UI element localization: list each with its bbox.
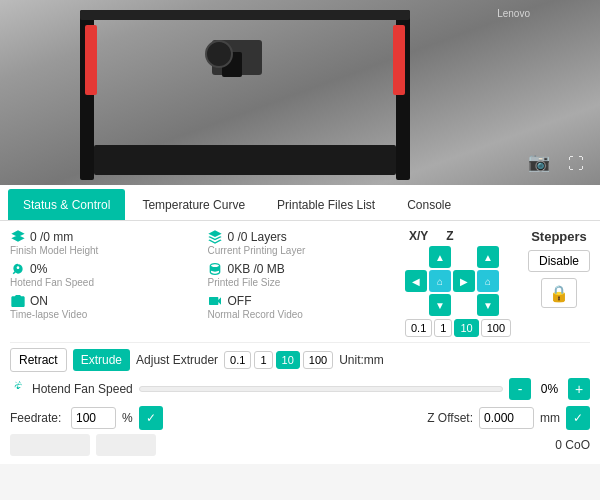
fullscreen-icon[interactable]: ⛶ — [568, 155, 584, 173]
tab-status-control[interactable]: Status & Control — [8, 189, 125, 220]
step-1[interactable]: 1 — [434, 319, 452, 337]
fan-plus-button[interactable]: + — [568, 378, 590, 400]
bottom-row: 0 CoO — [10, 434, 590, 456]
ext-step-100[interactable]: 100 — [303, 351, 333, 369]
database-icon — [207, 261, 223, 277]
unit-label: Unit:mm — [339, 353, 384, 367]
steppers-title: Steppers — [531, 229, 587, 244]
z-up-button[interactable]: ▲ — [477, 246, 499, 268]
xy-z-controls: X/Y Z ▲ ▲ ◀ ⌂ ▶ ⌂ ▼ ▼ — [405, 229, 520, 337]
main-content: 0 /0 mm Finish Model Height 0% Hotend Fa… — [0, 221, 600, 464]
z-offset-unit: mm — [540, 411, 560, 425]
timelapse-status: ON Time-lapse Video — [10, 293, 199, 320]
status-right: 0 /0 Layers Current Printing Layer 0KB /… — [207, 229, 396, 337]
tab-temperature-curve[interactable]: Temperature Curve — [127, 189, 260, 220]
printed-file-size: 0KB /0 MB Printed File Size — [207, 261, 396, 288]
step-100[interactable]: 100 — [481, 319, 511, 337]
extruder-steps: 0.1 1 10 100 — [224, 351, 333, 369]
bottom-control-1 — [10, 434, 90, 456]
z-down-button[interactable]: ▼ — [477, 294, 499, 316]
extrude-button[interactable]: Extrude — [73, 349, 130, 371]
fan-control-icon — [10, 381, 26, 397]
fan-row: Hotend Fan Speed - 0% + — [10, 378, 590, 400]
camera-status-icon — [10, 293, 26, 309]
xy-down-button[interactable]: ▼ — [429, 294, 451, 316]
fan-minus-button[interactable]: - — [509, 378, 531, 400]
fan-slider[interactable] — [139, 386, 503, 392]
xy-up-button[interactable]: ▲ — [429, 246, 451, 268]
feedrate-input[interactable] — [71, 407, 116, 429]
finish-model-height: 0 /0 mm Finish Model Height — [10, 229, 199, 256]
ext-step-1[interactable]: 1 — [254, 351, 272, 369]
ext-step-10[interactable]: 10 — [276, 351, 300, 369]
retract-button[interactable]: Retract — [10, 348, 67, 372]
tab-console[interactable]: Console — [392, 189, 466, 220]
bottom-control-2 — [96, 434, 156, 456]
steppers-disable-button[interactable]: Disable — [528, 250, 590, 272]
tabs-bar: Status & Control Temperature Curve Print… — [0, 185, 600, 221]
step-01[interactable]: 0.1 — [405, 319, 432, 337]
video-icon — [207, 293, 223, 309]
hotend-fan-speed-status: 0% Hotend Fan Speed — [10, 261, 199, 288]
step-10[interactable]: 10 — [454, 319, 478, 337]
xy-right-button[interactable]: ▶ — [453, 270, 475, 292]
z-offset-confirm-button[interactable]: ✓ — [566, 406, 590, 430]
feedrate-label: Feedrate: — [10, 411, 65, 425]
camera-preview: Lenovo 📷 ⛶ — [0, 0, 600, 185]
coo-value: 0 CoO — [555, 438, 590, 452]
monitor-label: Lenovo — [497, 8, 530, 19]
feedrate-unit: % — [122, 411, 133, 425]
extruder-row: Retract Extrude Adjust Extruder 0.1 1 10… — [10, 348, 590, 372]
xy-left-button[interactable]: ◀ — [405, 270, 427, 292]
z-offset-label: Z Offset: — [427, 411, 473, 425]
feedrate-row: Feedrate: % ✓ Z Offset: mm ✓ — [10, 406, 590, 430]
ext-step-01[interactable]: 0.1 — [224, 351, 251, 369]
lock-icon: 🔒 — [549, 284, 569, 303]
normal-record-status: OFF Normal Record Video — [207, 293, 396, 320]
xy-label: X/Y — [409, 229, 428, 243]
z-offset-input[interactable] — [479, 407, 534, 429]
steppers-section: Steppers Disable 🔒 — [528, 229, 590, 337]
camera-icon[interactable]: 📷 — [528, 151, 550, 173]
fan-control-label: Hotend Fan Speed — [32, 382, 133, 396]
layers-icon — [10, 229, 26, 245]
z-home-button[interactable]: ⌂ — [477, 270, 499, 292]
adjust-extruder-label: Adjust Extruder — [136, 353, 218, 367]
stack-icon — [207, 229, 223, 245]
feedrate-confirm-button[interactable]: ✓ — [139, 406, 163, 430]
current-printing-layer: 0 /0 Layers Current Printing Layer — [207, 229, 396, 256]
lock-button[interactable]: 🔒 — [541, 278, 577, 308]
fan-percentage: 0% — [537, 382, 562, 396]
fan-icon — [10, 261, 26, 277]
xy-home-button[interactable]: ⌂ — [429, 270, 451, 292]
z-label: Z — [446, 229, 453, 243]
status-left: 0 /0 mm Finish Model Height 0% Hotend Fa… — [10, 229, 199, 337]
tab-printable-files[interactable]: Printable Files List — [262, 189, 390, 220]
